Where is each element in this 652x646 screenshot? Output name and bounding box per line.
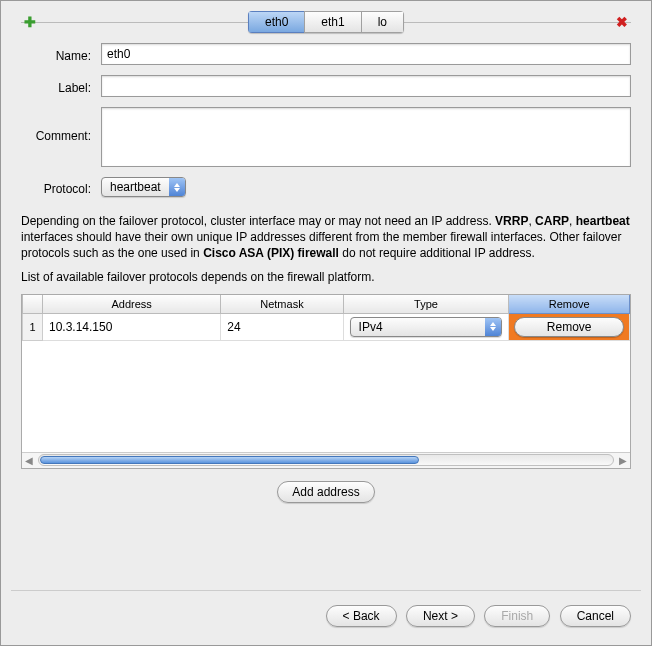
name-input[interactable] (101, 43, 631, 65)
scroll-right-icon[interactable]: ▶ (616, 455, 630, 466)
row-comment: Comment: (21, 107, 631, 167)
cell-remove: Remove (509, 313, 630, 340)
row-label: Label: (21, 75, 631, 97)
info-paragraph-1: Depending on the failover protocol, clus… (21, 213, 631, 262)
address-table: Address Netmask Type Remove 1 10.3.14.15… (22, 295, 630, 341)
type-select[interactable]: IPv4 (350, 317, 503, 337)
next-button[interactable]: Next > (406, 605, 475, 627)
add-interface-icon[interactable]: ✚ (23, 15, 37, 29)
col-netmask[interactable]: Netmask (221, 295, 343, 314)
select-arrows-icon (485, 318, 501, 336)
tab-lo[interactable]: lo (361, 11, 404, 33)
col-rownum (23, 295, 43, 314)
scroll-track[interactable] (38, 454, 614, 466)
col-remove[interactable]: Remove (509, 295, 630, 314)
col-address[interactable]: Address (43, 295, 221, 314)
interface-tabs: eth0 eth1 lo (248, 11, 404, 33)
address-table-scroll: Address Netmask Type Remove 1 10.3.14.15… (22, 295, 630, 452)
dialog-window: ✚ ✖ eth0 eth1 lo Name: Label: Comment: P… (0, 0, 652, 646)
comment-input[interactable] (101, 107, 631, 167)
remove-interface-icon[interactable]: ✖ (615, 15, 629, 29)
back-button[interactable]: < Back (326, 605, 397, 627)
row-name: Name: (21, 43, 631, 65)
cancel-button[interactable]: Cancel (560, 605, 631, 627)
cell-address[interactable]: 10.3.14.150 (43, 313, 221, 340)
protocol-label: Protocol: (21, 179, 101, 196)
tab-eth1[interactable]: eth1 (304, 11, 360, 33)
table-row: 1 10.3.14.150 24 IPv4 Remove (23, 313, 630, 340)
protocol-select[interactable]: heartbeat (101, 177, 186, 197)
row-number: 1 (23, 313, 43, 340)
scroll-left-icon[interactable]: ◀ (22, 455, 36, 466)
col-type[interactable]: Type (343, 295, 509, 314)
tab-eth0[interactable]: eth0 (248, 11, 304, 33)
protocol-value: heartbeat (102, 178, 169, 196)
name-label: Name: (21, 46, 101, 63)
type-value: IPv4 (351, 318, 486, 336)
address-table-container: Address Netmask Type Remove 1 10.3.14.15… (21, 294, 631, 469)
wizard-footer: < Back Next > Finish Cancel (1, 591, 651, 645)
cell-netmask[interactable]: 24 (221, 313, 343, 340)
select-arrows-icon (169, 178, 185, 196)
add-address-button[interactable]: Add address (277, 481, 374, 503)
remove-row-button[interactable]: Remove (514, 317, 624, 337)
cell-type: IPv4 (343, 313, 509, 340)
horizontal-scrollbar[interactable]: ◀ ▶ (22, 452, 630, 468)
info-paragraph-2: List of available failover protocols dep… (21, 270, 631, 284)
content-area: Name: Label: Comment: Protocol: heartbea… (21, 43, 631, 582)
label-label: Label: (21, 78, 101, 95)
label-input[interactable] (101, 75, 631, 97)
comment-label: Comment: (21, 107, 101, 143)
tab-bar: ✚ ✖ eth0 eth1 lo (1, 11, 651, 33)
row-protocol: Protocol: heartbeat (21, 177, 631, 197)
finish-button: Finish (484, 605, 550, 627)
scroll-thumb[interactable] (40, 456, 419, 464)
